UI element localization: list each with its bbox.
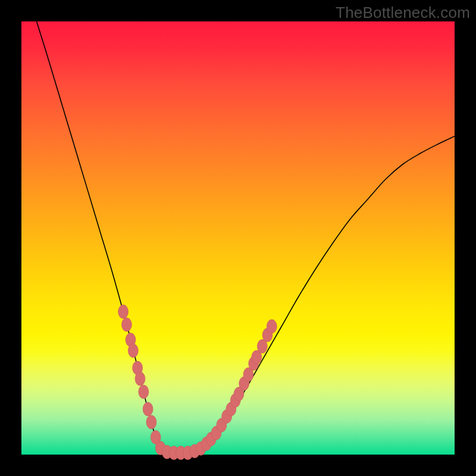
curve-marker — [139, 385, 149, 399]
curve-marker — [118, 305, 129, 318]
chart-frame: TheBottleneck.com — [0, 0, 476, 476]
plot-area — [21, 21, 455, 455]
curve-marker — [146, 415, 156, 429]
curve-svg — [21, 21, 455, 455]
curve-marker — [267, 320, 277, 333]
curve-markers — [118, 305, 277, 459]
curve-marker — [121, 318, 131, 331]
curve-marker — [143, 402, 153, 416]
watermark-text: TheBottleneck.com — [336, 4, 470, 22]
curve-marker — [135, 372, 145, 386]
curve-marker — [128, 344, 138, 358]
